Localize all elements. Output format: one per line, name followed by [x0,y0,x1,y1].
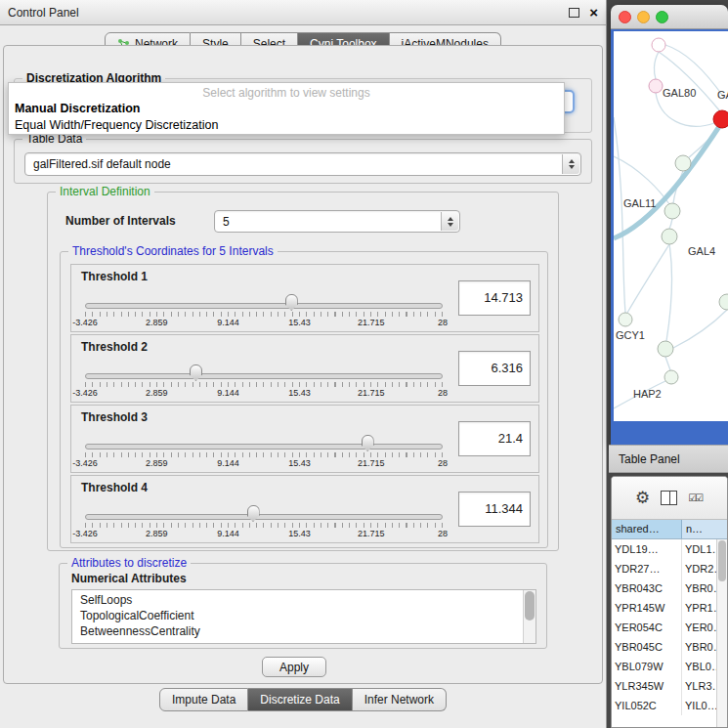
slider-scale-label: 2.859 [146,388,168,398]
tab-discretize-data[interactable]: Discretize Data [248,688,352,711]
slider-ticks [85,452,443,457]
numerical-attributes-label: Numerical Attributes [71,572,187,585]
dropdown-option-manual-discretization[interactable]: Manual Discretization [9,101,564,117]
select-all-columns-icon[interactable]: ☑☑ [688,492,702,503]
threshold-4-value-field[interactable]: 11.344 [458,492,531,527]
threshold-3-slider[interactable]: -3.4262.8599.14415.4321.71528 [85,429,443,472]
table-panel-header[interactable]: Table Panel [609,445,728,473]
network-node-label: GA [717,89,728,101]
table-row[interactable]: YPR145WYPR1… [612,598,727,618]
attributes-group-label: Attributes to discretize [67,556,191,570]
attribute-list-item[interactable]: BetweennessCentrality [80,623,535,639]
table-data-combobox[interactable]: galFiltered.sif default node [24,152,581,176]
table-row[interactable]: YBR043CYBR0… [612,578,727,598]
columns-icon[interactable] [661,491,677,505]
table-panel-window: ⚙ ☑☑ shared… n… YDL19…YDL1…YDR27…YDR2…YB… [611,476,728,728]
network-node[interactable] [662,229,677,244]
bottom-tab-bar: Impute Data Discretize Data Infer Networ… [0,688,606,711]
column-header-shared-name[interactable]: shared… [612,520,682,538]
number-of-intervals-combobox[interactable]: 5 [214,210,460,233]
slider-scale-label: 9.144 [217,458,239,468]
control-panel-titlebar[interactable]: Control Panel × [0,0,606,25]
network-node-label: HAP2 [633,388,662,400]
table-cell: YBR045C [612,637,682,657]
table-header-row: shared… n… [612,520,727,539]
list-scrollbar-thumb[interactable] [525,591,535,621]
threshold-4-box: Threshold 4 -3.4262.8599.14415.4321.7152… [70,475,539,543]
window-buttons: × [569,6,598,20]
slider-scale-label: 2.859 [146,529,168,538]
table-row[interactable]: YDR27…YDR2… [612,559,727,578]
slider-scale: -3.4262.8599.14415.4321.71528 [85,388,443,400]
table-cell: YBR043C [612,578,682,598]
table-cell: YER054C [612,618,682,637]
network-node[interactable] [649,79,663,93]
threshold-1-value-field[interactable]: 14.713 [458,280,531,316]
table-row[interactable]: YIL052CYIL0… [612,696,727,715]
slider-scale-label: 21.715 [358,388,385,398]
threshold-2-value-field[interactable]: 6.316 [458,351,531,386]
network-node[interactable] [652,38,665,52]
network-node[interactable] [619,313,632,326]
slider-scale: -3.4262.8599.14415.4321.71528 [85,458,443,470]
slider-ticks [85,312,443,317]
slider-scale-label: 15.43 [288,318,311,327]
combo-stepper-icon [562,154,579,174]
attribute-list-item[interactable]: TopologicalCoefficient [80,608,535,623]
slider-scale-label: 28 [438,318,448,327]
network-node[interactable] [664,203,680,219]
table-row[interactable]: YBR045CYBR0… [612,637,727,657]
threshold-2-box: Threshold 2 -3.4262.8599.14415.4321.7152… [70,334,539,403]
table-scrollbar-thumb[interactable] [718,540,726,581]
network-node[interactable] [713,110,728,128]
column-header-name[interactable]: n… [682,520,727,538]
table-cell: YBL079W [612,657,682,676]
slider-track [85,514,443,520]
slider-ticks [85,523,443,528]
interval-definition-group-label: Interval Definition [56,185,154,198]
table-row[interactable]: YBL079WYBL0… [612,657,727,676]
table-toolbar: ⚙ ☑☑ [612,477,727,520]
close-icon[interactable]: × [589,6,598,20]
threshold-2-label: Threshold 2 [81,340,148,354]
float-window-icon[interactable] [569,8,579,18]
network-window-titlebar[interactable] [611,5,728,29]
numerical-attributes-list[interactable]: SelfLoopsTopologicalCoefficientBetweenne… [71,589,536,644]
threshold-4-slider[interactable]: -3.4262.8599.14415.4321.71528 [85,499,443,542]
table-row[interactable]: YLR345WYLR3… [612,676,727,696]
network-node[interactable] [675,155,691,171]
network-node[interactable] [658,341,673,357]
minimize-traffic-light-icon[interactable] [637,11,650,23]
threshold-1-slider[interactable]: -3.4262.8599.14415.4321.71528 [85,288,443,331]
slider-scale-label: -3.426 [72,529,98,538]
list-scrollbar[interactable] [523,590,535,643]
table-scrollbar[interactable] [716,539,727,727]
network-node[interactable] [664,370,678,384]
close-traffic-light-icon[interactable] [619,11,631,23]
slider-scale-label: -3.426 [72,458,98,468]
table-row[interactable]: YDL19…YDL1… [612,539,727,559]
threshold-2-slider[interactable]: -3.4262.8599.14415.4321.71528 [85,359,443,402]
threshold-1-box: Threshold 1 -3.4262.8599.14415.4321.7152… [70,264,539,332]
dropdown-option-equal-width-frequency[interactable]: Equal Width/Frequency Discretization [9,117,564,134]
table-data-group: Table Data galFiltered.sif default node [14,139,592,184]
network-view-frame: GAL80GAGAL11GAL4GCY1HAP2 [611,29,728,445]
apply-button[interactable]: Apply [262,657,326,677]
network-canvas[interactable]: GAL80GAGAL11GAL4GCY1HAP2 [614,31,728,421]
tab-infer-network[interactable]: Infer Network [353,688,447,711]
tab-label: Infer Network [364,689,434,710]
table-rows: YDL19…YDL1…YDR27…YDR2…YBR043CYBR0…YPR145… [612,539,727,727]
tab-impute-data[interactable]: Impute Data [159,688,248,711]
attribute-list-item[interactable]: SelfLoops [80,592,535,608]
table-data-combobox-value: galFiltered.sif default node [33,153,171,175]
zoom-traffic-light-icon[interactable] [656,11,668,23]
network-node[interactable] [719,294,728,310]
table-row[interactable]: YER054CYER0… [612,618,727,637]
tab-label: Impute Data [172,689,236,710]
table-cell: YLR345W [612,676,682,696]
network-node-label: GCY1 [616,329,645,341]
threshold-3-value-field[interactable]: 21.4 [458,421,531,456]
gear-icon[interactable]: ⚙ [635,490,650,506]
slider-scale-label: -3.426 [72,318,98,327]
thresholds-group-label: Threshold's Coordinates for 5 Intervals [68,244,278,258]
